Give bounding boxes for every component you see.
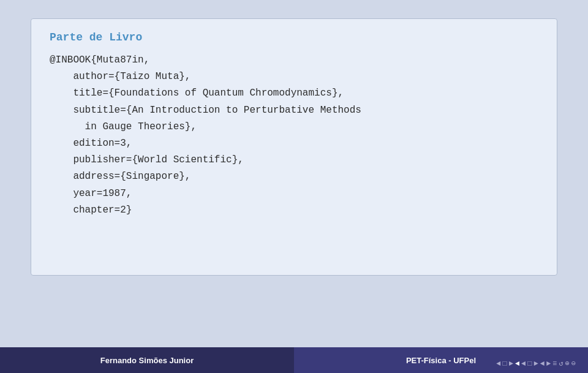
nav-icon-4[interactable]: ◄ xyxy=(515,360,519,368)
nav-icon-1[interactable]: ◄ xyxy=(496,360,500,368)
nav-icon-13[interactable]: ⊖ xyxy=(571,359,576,368)
footer-institution: PET-Física - UFPel xyxy=(406,356,476,365)
nav-icon-7[interactable]: ► xyxy=(533,360,538,368)
nav-icon-10[interactable]: ≡ xyxy=(552,360,557,368)
box-title: Parte de Livro xyxy=(50,31,538,43)
nav-icon-8[interactable]: ◄ xyxy=(540,360,545,368)
code-box: Parte de Livro @INBOOK{Muta87in, author=… xyxy=(31,18,557,276)
nav-icon-2[interactable]: □ xyxy=(502,360,507,368)
nav-icon-3[interactable]: ► xyxy=(509,360,513,368)
footer: Fernando Simões Junior PET-Física - UFPe… xyxy=(0,347,588,373)
nav-icon-9[interactable]: ► xyxy=(546,360,551,368)
code-content: @INBOOK{Muta87in, author={Taizo Muta}, t… xyxy=(50,52,538,219)
footer-left: Fernando Simões Junior xyxy=(0,347,294,373)
nav-icon-6[interactable]: □ xyxy=(527,360,532,368)
nav-icons: ◄ □ ► ◄ ◄ □ ► ◄ ► ≡ ↺ ⊕ ⊖ xyxy=(496,359,576,368)
nav-icon-12[interactable]: ⊕ xyxy=(565,359,570,368)
nav-icon-5[interactable]: ◄ xyxy=(521,360,526,368)
nav-icon-11[interactable]: ↺ xyxy=(559,359,563,368)
main-content: Parte de Livro @INBOOK{Muta87in, author=… xyxy=(0,0,588,347)
footer-author: Fernando Simões Junior xyxy=(100,356,194,365)
